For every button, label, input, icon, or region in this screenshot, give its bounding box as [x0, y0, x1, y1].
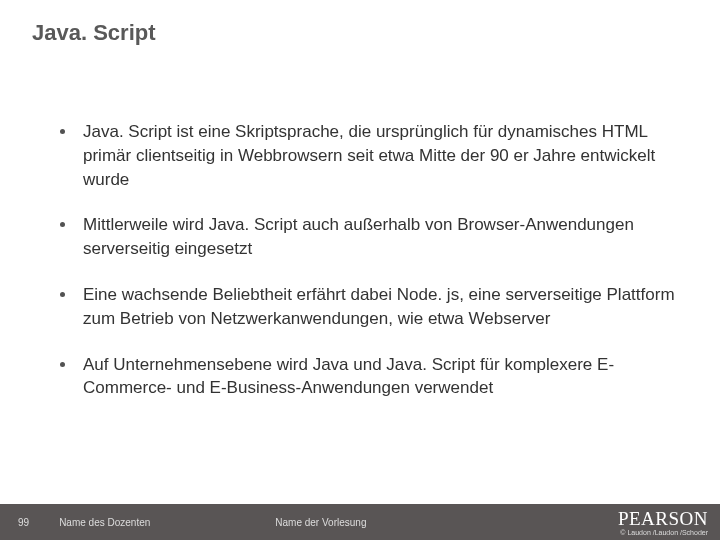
- dozent-label: Name des Dozenten: [59, 517, 150, 528]
- footer-bar: 99 Name des Dozenten Name der Vorlesung …: [0, 504, 720, 540]
- pearson-logo: PEARSON: [618, 509, 708, 528]
- page-number: 99: [18, 517, 29, 528]
- bullet-dot-icon: [60, 362, 65, 367]
- bullet-text: Eine wachsende Beliebtheit erfährt dabei…: [83, 283, 680, 331]
- bullet-item: Mittlerweile wird Java. Script auch auße…: [60, 213, 680, 261]
- bullet-text: Mittlerweile wird Java. Script auch auße…: [83, 213, 680, 261]
- bullet-dot-icon: [60, 129, 65, 134]
- content-area: Java. Script ist eine Skriptsprache, die…: [60, 120, 680, 422]
- bullet-item: Java. Script ist eine Skriptsprache, die…: [60, 120, 680, 191]
- bullet-dot-icon: [60, 222, 65, 227]
- copyright-text: © Laudon /Laudon /Schoder: [618, 529, 708, 536]
- vorlesung-label: Name der Vorlesung: [275, 517, 366, 528]
- bullet-item: Auf Unternehmensebene wird Java und Java…: [60, 353, 680, 401]
- bullet-dot-icon: [60, 292, 65, 297]
- bullet-text: Java. Script ist eine Skriptsprache, die…: [83, 120, 680, 191]
- bullet-item: Eine wachsende Beliebtheit erfährt dabei…: [60, 283, 680, 331]
- slide-title: Java. Script: [32, 20, 156, 46]
- slide: Java. Script Java. Script ist eine Skrip…: [0, 0, 720, 540]
- footer-right: PEARSON © Laudon /Laudon /Schoder: [618, 509, 708, 536]
- bullet-text: Auf Unternehmensebene wird Java und Java…: [83, 353, 680, 401]
